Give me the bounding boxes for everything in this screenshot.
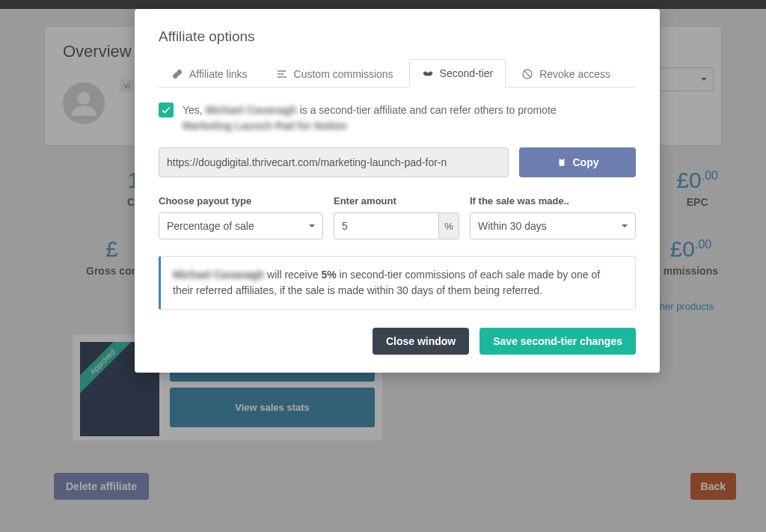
- svg-line-5: [524, 70, 531, 77]
- amount-unit: %: [438, 213, 459, 239]
- affiliate-options-modal: Affiliate options Affiliate links Custom…: [135, 9, 660, 373]
- svg-point-1: [284, 70, 286, 72]
- modal-title: Affiliate options: [159, 28, 636, 45]
- check-icon: [161, 105, 171, 115]
- amount-label: Enter amount: [334, 195, 459, 207]
- tab-second-tier[interactable]: Second-tier: [409, 59, 506, 88]
- svg-point-2: [281, 73, 284, 75]
- commission-summary: Michael Cavanagh will receive 5% in seco…: [159, 256, 636, 310]
- sliders-icon: [276, 68, 288, 80]
- second-tier-checkbox[interactable]: [159, 103, 174, 117]
- ban-icon: [521, 68, 533, 80]
- referral-url-field[interactable]: https://dougdigital.thrivecart.com/marke…: [159, 147, 509, 177]
- tab-revoke-access[interactable]: Revoke access: [509, 59, 623, 88]
- sale-window-select[interactable]: Within 30 days: [470, 213, 636, 239]
- link-icon: [171, 68, 183, 80]
- svg-rect-6: [559, 159, 564, 165]
- svg-point-3: [284, 76, 287, 78]
- amount-input[interactable]: 5: [334, 213, 438, 239]
- clipboard-icon: [557, 157, 567, 168]
- close-window-button[interactable]: Close window: [373, 328, 469, 355]
- tab-custom-commissions[interactable]: Custom commissions: [263, 59, 406, 88]
- copy-button[interactable]: Copy: [519, 147, 636, 177]
- save-second-tier-button[interactable]: Save second-tier changes: [479, 328, 636, 355]
- modal-tabs: Affiliate links Custom commissions Secon…: [159, 58, 636, 88]
- payout-type-select[interactable]: Percentage of sale: [159, 213, 323, 239]
- tab-affiliate-links[interactable]: Affiliate links: [159, 59, 260, 88]
- sale-window-label: If the sale was made..: [470, 195, 636, 207]
- payout-type-label: Choose payout type: [159, 195, 323, 207]
- consent-text: Yes, Michael Cavanagh is a second-tier a…: [183, 103, 557, 134]
- handshake-icon: [422, 67, 434, 79]
- svg-rect-7: [560, 158, 563, 159]
